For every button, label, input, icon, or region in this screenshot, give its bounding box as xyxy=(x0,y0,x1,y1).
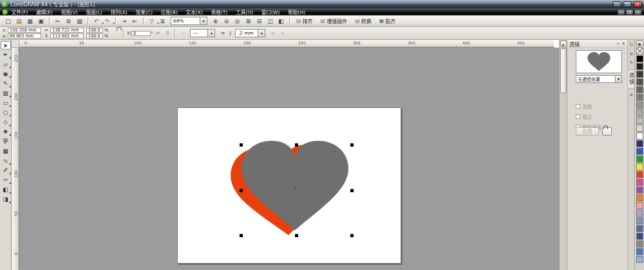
outline-tool[interactable]: ✑ xyxy=(1,176,11,184)
object-y-field[interactable]: 99.903 mm xyxy=(8,33,41,39)
scroll-up-button[interactable]: ▲ xyxy=(560,40,567,48)
object-width-field[interactable]: 138.722 mm xyxy=(50,28,84,33)
color-swatch[interactable] xyxy=(636,186,643,194)
align-button[interactable]: ▤排齐 xyxy=(294,17,315,25)
ellipse-tool[interactable]: ○ xyxy=(1,109,11,117)
scale-v-field[interactable]: 100.0 xyxy=(86,33,103,39)
scale-h-field[interactable]: 100.0 xyxy=(86,28,103,33)
no-color-swatch[interactable] xyxy=(636,48,643,55)
menu-item-5[interactable]: 排列(A) xyxy=(111,8,128,15)
zoom-all-objects-icon[interactable]: ⊞ xyxy=(243,17,253,26)
color-swatch[interactable] xyxy=(636,78,643,86)
redo-icon[interactable]: ↷▾ xyxy=(102,17,112,26)
color-swatch[interactable] xyxy=(636,225,643,232)
doc-restore-button[interactable]: ❐ xyxy=(626,10,633,15)
new-document-icon[interactable]: □ xyxy=(3,17,13,26)
color-swatch[interactable] xyxy=(636,132,643,140)
color-swatch[interactable] xyxy=(636,94,643,101)
menu-item-1[interactable]: 文件(F) xyxy=(12,8,28,15)
selection-handle[interactable] xyxy=(350,189,354,192)
cut-icon[interactable]: ✂ xyxy=(53,17,62,26)
close-button[interactable]: ✕ xyxy=(633,1,642,7)
table-tool[interactable]: ▦ xyxy=(1,147,11,156)
menu-item-10[interactable]: 工具(O) xyxy=(236,8,253,15)
color-swatch[interactable] xyxy=(636,233,643,240)
apply-button[interactable]: 应用 xyxy=(576,127,599,136)
print-icon[interactable]: ▣ xyxy=(36,17,46,26)
checkbox-2[interactable] xyxy=(576,114,580,119)
symmetry-button[interactable]: ▫ xyxy=(269,29,277,37)
docker-close-icon[interactable]: ✕ xyxy=(621,41,625,46)
lock-button[interactable] xyxy=(602,127,612,136)
lens-effect-select[interactable]: 无透镜效果 ▼ xyxy=(576,75,622,83)
rotation-angle-field[interactable]: 0 xyxy=(131,31,151,36)
chevron-down-icon[interactable]: ▾ xyxy=(258,30,265,37)
menu-item-9[interactable]: 表格(T) xyxy=(211,8,227,15)
color-swatch[interactable] xyxy=(636,71,643,78)
color-swatch[interactable] xyxy=(636,86,643,93)
menu-item-4[interactable]: 版面(L) xyxy=(86,8,102,15)
color-swatch[interactable] xyxy=(636,171,643,178)
outline-style-select[interactable]: — ▾ xyxy=(190,29,215,37)
doc-close-button[interactable]: ✕ xyxy=(634,10,641,15)
export-icon[interactable]: ⇤ xyxy=(130,17,140,26)
basic-shapes-tool[interactable]: ❖ xyxy=(1,128,11,136)
menu-item-11[interactable]: 窗口(W) xyxy=(261,8,279,15)
color-swatch[interactable] xyxy=(636,210,643,217)
docker-tab-icon-1[interactable]: 🗋 xyxy=(629,42,634,48)
selection-handle[interactable] xyxy=(240,189,243,192)
crop-tool[interactable]: ▱ xyxy=(1,60,11,69)
selection-handle[interactable] xyxy=(295,234,298,237)
doc-minimize-button[interactable]: — xyxy=(618,10,625,15)
maximize-button[interactable]: ❐ xyxy=(623,1,632,7)
color-swatch[interactable] xyxy=(636,63,643,70)
horizontal-ruler[interactable]: 050100150200250300350400450 xyxy=(19,40,554,48)
chevron-down-icon[interactable]: ▾ xyxy=(207,30,214,37)
checkbox-1[interactable] xyxy=(576,104,580,109)
docker-tab-icon-3[interactable]: ✎ xyxy=(630,60,634,66)
convert-button[interactable]: ▤转换 xyxy=(353,17,374,25)
selection-handle[interactable] xyxy=(240,143,243,147)
color-swatch[interactable] xyxy=(636,202,643,209)
color-swatch[interactable] xyxy=(636,256,643,263)
color-swatch[interactable] xyxy=(636,217,643,224)
fill-tool[interactable]: ◧ xyxy=(1,186,11,194)
color-swatch[interactable] xyxy=(636,102,643,109)
text-tool[interactable]: 字 xyxy=(1,138,11,146)
zoom-page-icon[interactable]: ⊟ xyxy=(254,17,264,26)
paste-icon[interactable]: ▧ xyxy=(75,17,84,26)
zoom-level-combo[interactable]: 69%▾ xyxy=(171,17,207,25)
minimize-button[interactable]: — xyxy=(612,1,621,7)
palette-scroll-up-button[interactable]: ● xyxy=(636,40,643,46)
import-icon[interactable]: ⇥ xyxy=(119,17,129,26)
color-swatch[interactable] xyxy=(636,179,643,186)
open-icon[interactable]: ▤ xyxy=(14,17,24,26)
color-swatch[interactable] xyxy=(636,163,643,170)
menu-item-8[interactable]: 文本(X) xyxy=(186,8,203,15)
outline-width-select[interactable]: .2 mm ▾ xyxy=(235,29,265,37)
color-swatch[interactable] xyxy=(636,109,643,116)
menu-item-12[interactable]: 帮助(H) xyxy=(288,8,305,15)
color-swatch[interactable] xyxy=(636,240,643,248)
enhanced-plugins-button[interactable]: ▤增强插件 xyxy=(319,17,350,25)
scrollbar-thumb[interactable] xyxy=(560,48,567,93)
shape-tool[interactable]: ✒ xyxy=(1,51,11,59)
eyedropper-tool[interactable]: ✐ xyxy=(1,166,11,175)
zoom-page-width-icon[interactable]: ◫ xyxy=(265,17,275,26)
zoom-page-height-icon[interactable]: ◧ xyxy=(276,17,286,26)
docker-tab-close-icon[interactable]: ✕ xyxy=(630,93,634,98)
copy-icon[interactable]: ⧉ xyxy=(64,17,73,26)
rectangle-tool[interactable]: ▭ xyxy=(1,99,11,107)
interactive-fill-tool[interactable]: ◨ xyxy=(1,195,11,204)
color-swatch[interactable] xyxy=(636,55,643,62)
zoom-tool[interactable]: ◉ xyxy=(1,70,11,78)
selection-handle[interactable] xyxy=(240,234,243,237)
zoom-out-icon[interactable]: ⊖ xyxy=(222,17,231,26)
welcome-screen-icon[interactable]: ≣ xyxy=(158,17,167,26)
menu-item-7[interactable]: 位图(B) xyxy=(161,8,178,15)
docker-tab-icon-2[interactable]: ≡ xyxy=(630,51,634,57)
menu-item-3[interactable]: 视图(V) xyxy=(61,8,78,15)
vertical-ruler[interactable]: 250200150100500 xyxy=(12,48,19,270)
selection-handle[interactable] xyxy=(295,143,298,147)
open-curve-button[interactable]: ▫ xyxy=(278,29,287,37)
